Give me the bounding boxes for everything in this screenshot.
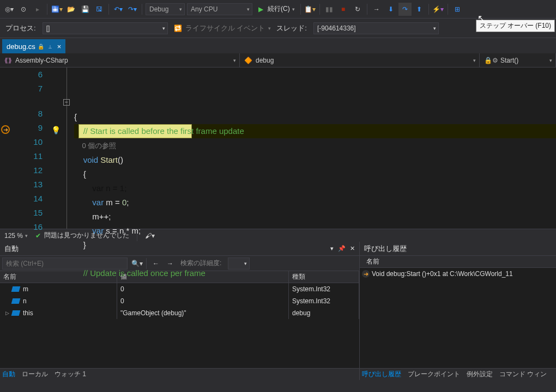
redo-icon[interactable]: ↷▾ [126,3,139,16]
pause-icon[interactable]: ▮▮ [323,3,336,16]
back-icon[interactable]: ⊙ [17,3,30,16]
pin-icon[interactable]: ⟂ [49,44,52,50]
thread-combo[interactable]: [-904614336] [313,22,439,34]
main-toolbar: ◎▾ ⊙ ▸ 🛅▾ 📂 💾 🖫 ↶▾ ↷▾ Debug Any CPU ▶ 続行… [0,0,556,19]
tab-callstack[interactable]: 呼び出し履歴 [362,370,401,379]
restart-icon[interactable]: ↻ [351,3,364,16]
callstack-tabs: 呼び出し履歴 ブレークポイント 例外設定 コマンド ウィン [360,368,556,380]
tab-exception[interactable]: 例外設定 [467,370,493,379]
forward-icon[interactable]: ▸ [31,3,44,16]
variable-icon [11,298,21,304]
fold-margin[interactable]: − [61,68,74,229]
member-name: Start() [500,57,518,64]
breakpoint-margin[interactable]: ➜ 💡 [48,68,61,229]
autos-tabs: 自動 ローカル ウォッチ 1 [0,368,359,380]
code-editor[interactable]: 6 7 8 9 10 11 12 13 14 15 16 ➜ 💡 − { // … [0,68,556,229]
attach-icon[interactable]: 📋▾ [304,3,317,16]
close-icon[interactable]: × [57,42,62,51]
class-name: debug [256,57,274,64]
variable-icon [11,286,21,292]
class-combo[interactable]: 🔶 debug [240,53,480,67]
step-into-icon[interactable]: ⬇ [384,3,397,16]
var-name: m [23,285,28,293]
step-over-icon[interactable]: ↷ [398,3,412,16]
save-icon[interactable]: 💾 [78,3,92,16]
show-next-statement-icon[interactable]: → [370,3,383,16]
tab-command[interactable]: コマンド ウィン [499,370,547,379]
var-name: this [23,309,33,317]
debug-toolbar: プロセス: [] 🔁 ライフサイクル イベント▾ スレッド: [-9046143… [0,19,556,38]
tab-debug-cs[interactable]: debug.cs 🔒 ⟂ × [2,39,65,53]
tab-auto[interactable]: 自動 [2,370,15,379]
code-area[interactable]: { // Start is called before the first fr… [74,68,556,229]
var-value: "GameObject (debug)" [117,307,289,319]
tab-breakpoints[interactable]: ブレークポイント [408,370,460,379]
tab-local[interactable]: ローカル [22,370,48,379]
method-icon: 🔒⚙ [484,57,498,64]
thread-value: [-904614336] [317,24,356,32]
process-label: プロセス: [5,23,36,33]
build-config-combo[interactable]: Debug [146,3,185,15]
member-combo[interactable]: 🔒⚙ Start() [480,53,556,67]
code-navbar: ⟪⟫ Assembly-CSharp 🔶 debug 🔒⚙ Start() [0,53,556,68]
step-out-icon[interactable]: ⬆ [413,3,426,16]
tab-watch[interactable]: ウォッチ 1 [55,370,86,379]
open-icon[interactable]: 📂 [64,3,77,16]
thread-label: スレッド: [276,23,307,33]
csharp-icon: ⟪⟫ [4,57,12,64]
platform-label: Any CPU [191,5,217,13]
fold-box-icon[interactable]: − [63,99,70,106]
new-project-icon[interactable]: 🛅▾ [50,3,63,16]
play-icon[interactable]: ▶ [254,3,267,16]
var-type: debug [289,307,359,319]
lock-icon: 🔒 [38,44,44,50]
undo-icon[interactable]: ↶▾ [112,3,125,16]
hot-reload-icon[interactable]: ⚡▾ [432,3,445,16]
var-name: n [23,297,27,305]
class-icon: 🔶 [244,57,252,64]
lifecycle-label: ライフサイクル イベント [185,23,265,33]
autos-title: 自動 [4,244,19,254]
table-row[interactable]: ▷this "GameObject (debug)" debug [0,307,359,319]
build-config-label: Debug [149,5,168,13]
platform-combo[interactable]: Any CPU [187,3,252,15]
stop-icon[interactable]: ■ [337,3,350,16]
process-combo[interactable]: [] [43,22,168,34]
tab-filename: debug.cs [7,42,35,51]
nav-combo-icon[interactable]: ◎▾ [3,3,16,16]
expand-icon[interactable]: ▷ [3,310,11,316]
process-value: [] [46,24,50,32]
save-all-icon[interactable]: 🖫 [93,3,106,16]
current-line-arrow-icon: ➜ [1,125,10,134]
assembly-combo[interactable]: ⟪⟫ Assembly-CSharp [0,53,240,67]
variable-icon [11,310,21,316]
lightbulb-icon[interactable]: 💡 [51,126,61,134]
lifecycle-icon[interactable]: 🔁 [172,22,185,35]
editor-tabs: debug.cs 🔒 ⟂ × [0,38,556,53]
continue-button[interactable]: 続行(C) [268,4,290,14]
line-number-gutter: 6 7 8 9 10 11 12 13 14 15 16 [0,68,48,229]
assembly-name: Assembly-CSharp [15,57,68,64]
step-over-tooltip: ステップ オーバー (F10) [476,20,555,32]
tool-icon[interactable]: ⊞ [451,3,464,16]
